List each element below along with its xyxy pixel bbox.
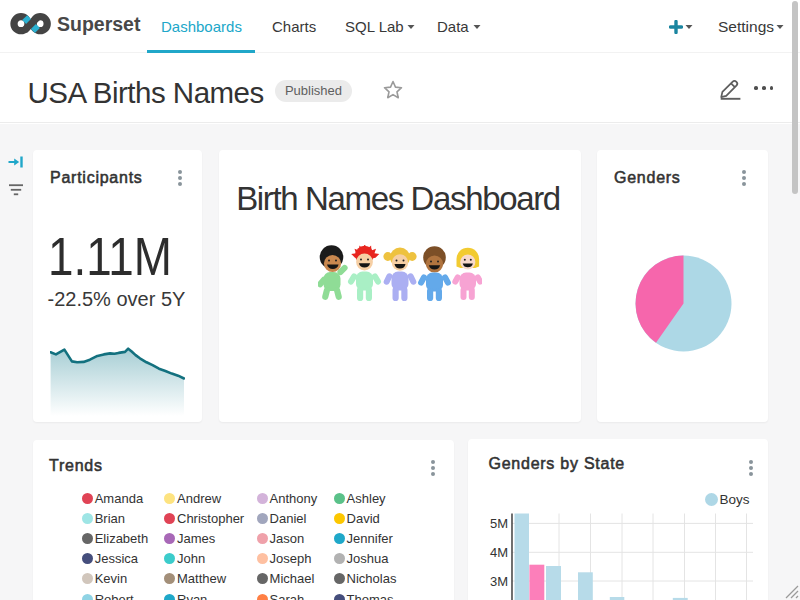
svg-text:4M: 4M [490, 545, 508, 560]
svg-text:1.11M: 1.11M [48, 228, 172, 280]
svg-text:3M: 3M [490, 574, 508, 589]
svg-text:5M: 5M [490, 516, 508, 531]
